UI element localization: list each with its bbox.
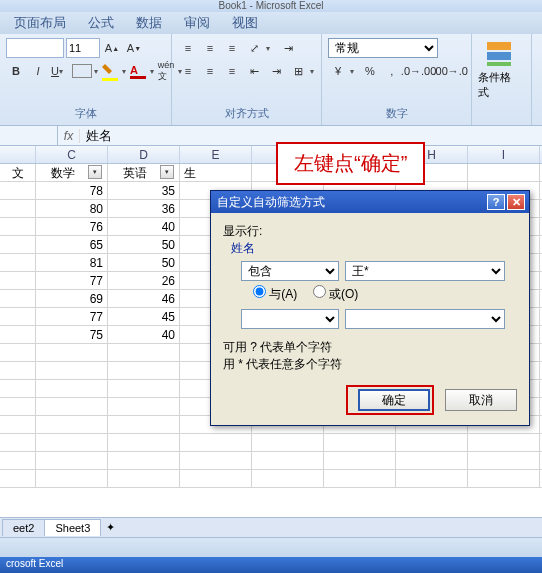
merge-dd[interactable]: ▾ (310, 67, 315, 76)
conditional-format-button[interactable]: 条件格式 (478, 38, 520, 102)
align-left-icon[interactable]: ≡ (178, 61, 198, 81)
inc-decimal-icon[interactable]: .0→.00 (404, 61, 434, 81)
value1-select[interactable]: 王* (345, 261, 505, 281)
ok-button[interactable]: 确定 (358, 389, 430, 411)
table-row[interactable] (0, 452, 542, 470)
dec-decimal-icon[interactable]: .00→.0 (435, 61, 465, 81)
help-button[interactable]: ? (487, 194, 505, 210)
ribbon: A▲ A▼ B I U▾ ▾ ▾ A▾ wén文▾ 字体 ≡ ≡ ≡ ⤢▾ ⇥ (0, 34, 542, 126)
col-C[interactable]: C (36, 146, 108, 163)
field-name: 姓名 (231, 240, 517, 257)
italic-button[interactable]: I (28, 61, 48, 81)
and-radio[interactable] (253, 285, 266, 298)
cancel-button[interactable]: 取消 (445, 389, 517, 411)
taskbar-item[interactable]: crosoft Excel (0, 557, 542, 573)
orient-dd[interactable]: ▾ (266, 44, 276, 53)
currency-icon[interactable]: ¥ (328, 61, 348, 81)
align-top-icon[interactable]: ≡ (178, 38, 198, 58)
tab-formula[interactable]: 公式 (78, 11, 124, 35)
name-box[interactable] (0, 126, 58, 145)
operator2-select[interactable] (241, 309, 339, 329)
bold-button[interactable]: B (6, 61, 26, 81)
value2-select[interactable] (345, 309, 505, 329)
close-button[interactable]: ✕ (507, 194, 525, 210)
fontcolor-dd[interactable]: ▾ (150, 67, 154, 76)
comma-icon[interactable]: , (382, 61, 402, 81)
curr-dd[interactable]: ▾ (350, 67, 358, 76)
column-headers: C D E F G H I (0, 146, 542, 164)
number-group-label: 数字 (328, 104, 465, 123)
indent-inc-icon[interactable]: ⇥ (266, 61, 286, 81)
align-middle-icon[interactable]: ≡ (200, 38, 220, 58)
percent-icon[interactable]: % (360, 61, 380, 81)
font-family-select[interactable] (6, 38, 64, 58)
table-row[interactable] (0, 470, 542, 488)
formula-bar: fx 姓名 (0, 126, 542, 146)
or-radio[interactable] (313, 285, 326, 298)
dialog-title: 自定义自动筛选方式 (215, 194, 485, 211)
tab-view[interactable]: 视图 (222, 11, 268, 35)
svg-rect-2 (487, 62, 511, 66)
ok-highlight: 确定 (346, 385, 434, 415)
number-format-select[interactable]: 常规 (328, 38, 438, 58)
indent-dec-icon[interactable]: ⇤ (244, 61, 264, 81)
fill-dd[interactable]: ▾ (122, 67, 126, 76)
conditional-format-icon (485, 40, 513, 68)
orientation-icon[interactable]: ⤢ (244, 38, 264, 58)
and-radio-label[interactable]: 与(A) (253, 285, 297, 303)
underline-button[interactable]: U▾ (50, 61, 70, 81)
header-row: 文▾ 数学▾ 英语▾ 生 (0, 164, 542, 182)
sheet-tab-3[interactable]: Sheet3 (44, 519, 101, 536)
wrap-text-icon[interactable]: ⇥ (278, 38, 298, 58)
svg-rect-0 (487, 42, 511, 50)
dialog-titlebar[interactable]: 自定义自动筛选方式 ? ✕ (211, 191, 529, 213)
merge-icon[interactable]: ⊞ (288, 61, 308, 81)
operator1-select[interactable]: 包含 (241, 261, 339, 281)
fill-color-button[interactable] (100, 61, 120, 81)
or-radio-label[interactable]: 或(O) (313, 285, 359, 303)
align-center-icon[interactable]: ≡ (200, 61, 220, 81)
filter-btn-math[interactable]: ▾ (88, 165, 102, 179)
border-dd[interactable]: ▾ (94, 67, 98, 76)
align-bottom-icon[interactable]: ≡ (222, 38, 242, 58)
custom-autofilter-dialog: 自定义自动筛选方式 ? ✕ 显示行: 姓名 包含 王* 与(A) 或(O) 可用… (210, 190, 530, 426)
ribbon-tabs: 页面布局 公式 数据 审阅 视图 (0, 12, 542, 34)
insert-sheet-icon[interactable]: ✦ (106, 521, 115, 534)
font-size-select[interactable] (66, 38, 100, 58)
align-right-icon[interactable]: ≡ (222, 61, 242, 81)
increase-font-icon[interactable]: A▲ (102, 38, 122, 58)
show-rows-label: 显示行: (223, 223, 517, 240)
font-color-button[interactable]: A (128, 61, 148, 81)
filter-btn-eng[interactable]: ▾ (160, 165, 174, 179)
hint1: 可用 ? 代表单个字符 (223, 339, 517, 356)
sheet-tabs: eet2 Sheet3 ✦ (0, 517, 542, 537)
decrease-font-icon[interactable]: A▼ (124, 38, 144, 58)
table-row[interactable] (0, 434, 542, 452)
col-I[interactable]: I (468, 146, 540, 163)
sheet-tab-2[interactable]: eet2 (2, 519, 45, 536)
svg-rect-1 (487, 52, 511, 60)
annotation-callout: 左键点“确定” (276, 142, 425, 185)
tab-data[interactable]: 数据 (126, 11, 172, 35)
font-group-label: 字体 (6, 104, 165, 123)
tab-layout[interactable]: 页面布局 (4, 11, 76, 35)
border-button[interactable] (72, 64, 92, 78)
fx-button[interactable]: fx (58, 129, 80, 143)
col-D[interactable]: D (108, 146, 180, 163)
status-bar (0, 537, 542, 557)
align-group-label: 对齐方式 (178, 104, 315, 123)
hint2: 用 * 代表任意多个字符 (223, 356, 517, 373)
col-E[interactable]: E (180, 146, 252, 163)
cond-format-label: 条件格式 (478, 70, 520, 100)
tab-review[interactable]: 审阅 (174, 11, 220, 35)
